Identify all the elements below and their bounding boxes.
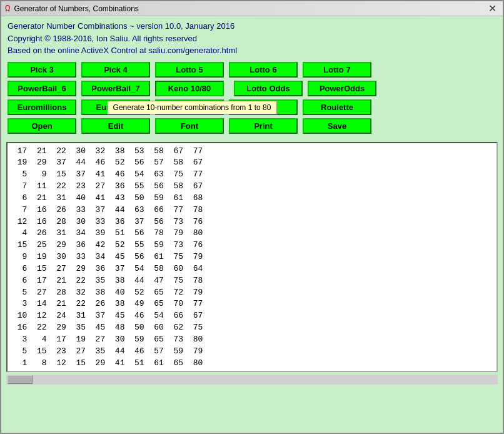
button-row-4: Open Edit Font Print Save [8,118,496,134]
data-row: 1 8 12 15 29 41 51 61 65 80 [13,358,491,370]
button-row-3: Euromillions EuroOdds U.S. Bet Horses Ro… [8,99,496,115]
data-row: 6 17 21 22 35 38 44 47 75 78 [13,275,491,287]
data-row: 15 25 29 36 42 52 55 59 73 76 [13,240,491,251]
data-row: 7 16 26 33 37 44 63 66 77 78 [13,204,491,216]
powerodds-button[interactable]: PowerOdds [308,81,376,96]
title-bar-left: Ω Generator of Numbers, Combinations [5,4,139,14]
data-row: 3 14 21 22 26 38 49 65 70 77 [13,298,491,310]
data-row: 6 15 27 29 36 37 54 58 60 64 [13,263,491,275]
button-row-2: PowerBall_6 PowerBall_7 Keno 10/80 Gener… [8,81,496,96]
bottom-scrollbar[interactable] [6,375,498,385]
header-line3: Based on the online ActiveX Control at s… [8,44,496,57]
data-row: 4 26 31 34 39 51 56 78 79 80 [13,228,491,240]
usbet-button[interactable]: U.S. Bet [155,99,224,115]
font-button[interactable]: Font [155,118,224,134]
title-bar: Ω Generator of Numbers, Combinations ✕ [1,1,503,16]
powerball6-button[interactable]: PowerBall_6 [8,81,76,96]
header-info: Generator Number Combinations ~ version … [1,16,503,59]
data-area[interactable]: 17 21 22 30 32 38 53 58 67 77 19 29 37 4… [8,143,496,371]
data-row: 5 9 15 37 41 46 54 63 75 77 [13,169,491,181]
lotto5-button[interactable]: Lotto 5 [155,62,224,78]
header-line1: Generator Number Combinations ~ version … [8,20,496,33]
close-button[interactable]: ✕ [486,3,499,14]
print-button[interactable]: Print [229,118,298,134]
edit-button[interactable]: Edit [81,118,150,134]
keno-tooltip-container: Keno 10/80 Generate 10-number combinatio… [155,81,229,96]
lotto6-button[interactable]: Lotto 6 [229,62,298,78]
powerball7-button[interactable]: PowerBall_7 [81,81,150,96]
header-line2: Copyright © 1988-2016, Ion Saliu. All ri… [8,33,496,45]
data-row: 5 27 28 32 38 40 52 65 72 79 [13,287,491,299]
title-text: Generator of Numbers, Combinations [14,4,138,13]
horses-button[interactable]: Horses [229,99,298,115]
data-row: 3 4 17 19 27 30 59 65 73 80 [13,334,491,346]
lotto7-button[interactable]: Lotto 7 [303,62,371,78]
bottom-scroll-thumb[interactable] [8,375,33,384]
open-button[interactable]: Open [8,118,76,134]
euromillions-button[interactable]: Euromillions [8,99,76,115]
data-row: 16 22 29 35 45 48 50 60 62 75 [13,322,491,334]
data-row: 31 33 35 59 62 63 66 72 75 76 [13,370,491,371]
data-row: 9 19 30 33 34 45 56 61 75 79 [13,251,491,263]
button-row-1: Pick 3 Pick 4 Lotto 5 Lotto 6 Lotto 7 [8,62,496,78]
data-row: 12 16 28 30 33 36 37 56 73 76 [13,216,491,228]
data-row: 19 29 37 44 46 52 56 57 58 67 [13,157,491,169]
data-row: 7 11 22 23 27 36 55 56 58 67 [13,181,491,193]
keno10-button[interactable]: Keno 10/80 [155,81,224,96]
data-row: 6 21 31 40 41 43 50 59 61 68 [13,193,491,204]
app-icon: Ω [5,4,10,14]
euroodds-button[interactable]: EuroOdds [81,99,150,115]
save-button[interactable]: Save [303,118,371,134]
data-row: 10 12 24 31 37 45 46 54 66 67 [13,310,491,322]
buttons-area: Pick 3 Pick 4 Lotto 5 Lotto 6 Lotto 7 Po… [1,59,503,139]
data-row: 17 21 22 30 32 38 53 58 67 77 [13,146,491,158]
pick4-button[interactable]: Pick 4 [81,62,150,78]
data-area-wrapper: 17 21 22 30 32 38 53 58 67 77 19 29 37 4… [6,142,498,372]
roulette-button[interactable]: Roulette [303,99,371,115]
lottoodds-button[interactable]: Lotto Odds [234,81,303,96]
data-row: 5 15 23 27 35 44 46 57 59 79 [13,346,491,358]
pick3-button[interactable]: Pick 3 [8,62,76,78]
